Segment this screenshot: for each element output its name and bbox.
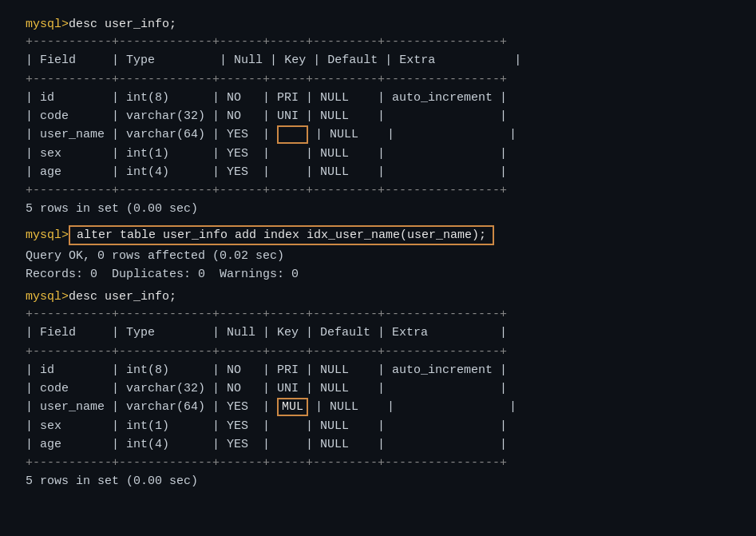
table-row: | age | int(4) | YES | | NULL | | — [26, 163, 756, 181]
section1-divider-mid: +-----------+-------------+------+-----+… — [26, 70, 756, 89]
table-row: | code | varchar(32) | NO | UNI | NULL |… — [26, 379, 756, 398]
col-field: Field — [40, 54, 105, 67]
section2-line1: Query OK, 0 rows affected (0.02 sec) — [26, 247, 756, 265]
section3-table: +-----------+-------------+------+-----+… — [26, 305, 756, 472]
key-highlighted-empty — [277, 125, 308, 144]
section3-command-line: mysql> desc user_info; — [26, 290, 756, 304]
prompt1: mysql> — [26, 18, 69, 31]
alter-command-box: alter table user_info add index idx_user… — [69, 225, 494, 245]
section3: mysql> desc user_info; +-----------+----… — [26, 290, 756, 491]
table-row: | code | varchar(32) | NO | UNI | NULL |… — [26, 107, 756, 125]
terminal-window: mysql> desc user_info; +-----------+----… — [13, 8, 756, 536]
table-row: | age | int(4) | YES | | NULL | | — [26, 435, 756, 454]
table-row: | user_name | varchar(64) | YES | | NULL… — [26, 125, 756, 144]
prompt3: mysql> — [26, 290, 69, 304]
col-extra: Extra — [399, 54, 507, 67]
section3-footer: 5 rows in set (0.00 sec) — [26, 472, 756, 490]
section3-command: desc user_info; — [69, 290, 176, 304]
section1-footer: 5 rows in set (0.00 sec) — [26, 200, 756, 218]
col-default: Default — [327, 54, 378, 67]
section3-divider-mid: +-----------+-------------+------+-----+… — [26, 343, 756, 361]
prompt2: mysql> — [26, 228, 69, 242]
col-type: Type — [126, 54, 205, 67]
section1-table: +-----------+-------------+------+-----+… — [26, 33, 756, 200]
table-row: | id | int(8) | NO | PRI | NULL | auto_i… — [26, 361, 756, 379]
section2: mysql> alter table user_info add index i… — [26, 225, 756, 284]
table-row: | sex | int(1) | YES | | NULL | | — [26, 145, 756, 163]
table-row: | sex | int(1) | YES | | NULL | | — [26, 417, 756, 435]
section1-command-line: mysql> desc user_info; — [26, 18, 756, 31]
section2-line2: Records: 0 Duplicates: 0 Warnings: 0 — [26, 265, 756, 284]
section1-header: | Field | Type | Null | Key | Default | … — [26, 51, 756, 69]
col-null: Null — [234, 54, 263, 67]
table-row: | id | int(8) | NO | PRI | NULL | auto_i… — [26, 89, 756, 107]
section1: mysql> desc user_info; +-----------+----… — [26, 18, 756, 219]
table-row: | user_name | varchar(64) | YES | MUL | … — [26, 398, 756, 416]
section1-divider-top: +-----------+-------------+------+-----+… — [26, 33, 756, 51]
key-mul-highlighted: MUL — [277, 398, 308, 416]
section3-header: | Field | Type | Null | Key | Default | … — [26, 324, 756, 342]
section3-divider-bottom: +-----------+-------------+------+-----+… — [26, 454, 756, 472]
section2-command-line: mysql> alter table user_info add index i… — [26, 225, 756, 245]
section1-command: desc user_info; — [69, 18, 176, 31]
col-key: Key — [284, 54, 306, 67]
section1-divider-bottom: +-----------+-------------+------+-----+… — [26, 181, 756, 200]
section3-divider-top: +-----------+-------------+------+-----+… — [26, 305, 756, 324]
